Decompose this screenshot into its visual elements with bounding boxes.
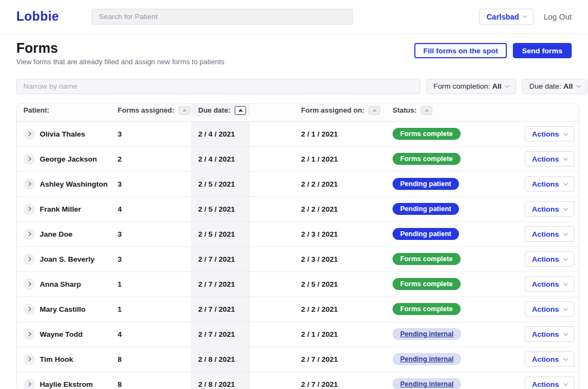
forms-assigned-count: 1: [118, 305, 191, 313]
actions-dropdown[interactable]: Actions: [525, 376, 574, 389]
sort-up-icon: [372, 109, 377, 112]
lobbie-logo[interactable]: Lobbie: [16, 9, 59, 24]
actions-dropdown[interactable]: Actions: [525, 251, 574, 267]
form-assigned-on-date: 2 / 2 / 2021: [250, 205, 393, 213]
status-badge: Pending patient: [393, 203, 459, 215]
column-header-form-assigned-on: Form assigned on:: [250, 106, 393, 115]
status-cell: Forms complete: [393, 278, 525, 290]
form-completion-label: Form completion: All: [433, 82, 501, 90]
form-assigned-on-date: 2 / 1 / 2021: [250, 330, 393, 338]
narrow-by-name-input[interactable]: [16, 79, 420, 94]
form-assigned-on-date: 2 / 2 / 2021: [250, 305, 393, 313]
status-cell: Forms complete: [393, 303, 525, 315]
logout-button[interactable]: Log Out: [543, 13, 572, 21]
status-badge[interactable]: Pending internal: [393, 328, 461, 340]
location-dropdown[interactable]: Carlsbad: [479, 9, 534, 25]
due-date-filter[interactable]: Due date: All: [522, 79, 587, 94]
forms-table: Patient: Forms assigned: Due date: Form …: [16, 103, 579, 389]
expand-row-button[interactable]: [23, 304, 35, 315]
actions-dropdown[interactable]: Actions: [525, 276, 574, 292]
status-cell: Pending internal: [393, 328, 525, 340]
status-cell: Pending patient: [393, 203, 525, 215]
expand-row-button[interactable]: [23, 354, 35, 365]
sort-forms-assigned-button[interactable]: [179, 106, 190, 115]
actions-dropdown[interactable]: Actions: [525, 226, 574, 242]
patient-name: Wayne Todd: [40, 330, 118, 338]
actions-label: Actions: [532, 230, 559, 238]
fill-forms-button[interactable]: Fill forms on the spot: [414, 43, 506, 58]
table-row: Olivia Thales 3 2 / 4 / 2021 2 / 1 / 202…: [17, 122, 579, 147]
patient-search-input[interactable]: [91, 9, 353, 25]
status-cell: Pending internal: [393, 353, 525, 365]
patient-name: Frank Miller: [40, 205, 118, 213]
column-header-patient: Patient:: [17, 106, 118, 114]
status-badge[interactable]: Pending internal: [393, 378, 461, 389]
table-row: George Jackson 2 2 / 4 / 2021 2 / 1 / 20…: [17, 147, 579, 172]
status-badge[interactable]: Pending internal: [393, 353, 461, 365]
expand-row-button[interactable]: [23, 379, 35, 389]
status-badge: Forms complete: [393, 153, 461, 165]
form-completion-filter[interactable]: Form completion: All: [426, 79, 516, 94]
patient-name: Mary Castillo: [40, 305, 118, 313]
forms-assigned-count: 4: [118, 205, 191, 213]
status-badge: Forms complete: [393, 128, 461, 140]
table-header-row: Patient: Forms assigned: Due date: Form …: [17, 104, 579, 122]
chevron-down-icon: [563, 256, 567, 260]
form-assigned-on-date: 2 / 3 / 2021: [250, 230, 393, 238]
table-row: Frank Miller 4 2 / 5 / 2021 2 / 2 / 2021…: [17, 197, 579, 222]
expand-row-button[interactable]: [23, 229, 35, 240]
forms-assigned-count: 4: [118, 330, 191, 338]
column-header-status: Status:: [393, 106, 525, 115]
due-date: 2 / 5 / 2021: [191, 222, 250, 246]
patient-name: Olivia Thales: [40, 130, 118, 138]
sort-up-icon: [425, 109, 429, 112]
chevron-down-icon: [563, 356, 567, 360]
actions-dropdown[interactable]: Actions: [525, 301, 574, 317]
due-date: 2 / 4 / 2021: [191, 147, 250, 171]
table-row: Tim Hook 8 2 / 8 / 2021 2 / 7 / 2021 Pen…: [17, 347, 579, 372]
due-date: 2 / 7 / 2021: [191, 297, 250, 322]
forms-assigned-count: 3: [118, 180, 191, 188]
patient-name: Joan S. Beverly: [40, 255, 118, 263]
sort-status-button[interactable]: [421, 106, 432, 115]
chevron-down-icon: [563, 306, 567, 310]
expand-row-button[interactable]: [23, 153, 35, 165]
actions-dropdown[interactable]: Actions: [525, 176, 574, 192]
expand-row-button[interactable]: [23, 279, 35, 290]
actions-label: Actions: [532, 205, 559, 213]
chevron-right-icon: [26, 332, 30, 336]
status-cell: Forms complete: [393, 128, 525, 140]
form-assigned-on-date: 2 / 7 / 2021: [250, 380, 393, 388]
expand-row-button[interactable]: [23, 203, 35, 215]
sort-form-assigned-on-button[interactable]: [369, 106, 380, 115]
forms-assigned-count: 3: [118, 130, 191, 138]
status-cell: Pending patient: [393, 178, 525, 190]
chevron-down-icon: [563, 206, 567, 210]
expand-row-button[interactable]: [23, 178, 35, 190]
chevron-down-icon: [563, 231, 567, 235]
actions-dropdown[interactable]: Actions: [525, 326, 574, 342]
actions-dropdown[interactable]: Actions: [525, 126, 574, 141]
expand-row-button[interactable]: [23, 128, 35, 140]
chevron-down-icon: [577, 83, 581, 88]
chevron-right-icon: [26, 157, 30, 161]
sort-up-icon: [182, 109, 187, 112]
status-badge: Pending patient: [393, 178, 459, 190]
page-head: Forms View forms that are already filled…: [16, 41, 572, 66]
expand-row-button[interactable]: [23, 329, 35, 340]
actions-label: Actions: [532, 280, 559, 288]
actions-dropdown[interactable]: Actions: [525, 351, 574, 367]
actions-label: Actions: [532, 330, 559, 338]
table-row: Wayne Todd 4 2 / 7 / 2021 2 / 1 / 2021 P…: [17, 322, 579, 347]
form-assigned-on-date: 2 / 1 / 2021: [250, 155, 393, 163]
status-badge: Forms complete: [393, 253, 461, 265]
table-row: Anna Sharp 1 2 / 7 / 2021 2 / 5 / 2021 F…: [17, 272, 579, 297]
patient-name: Tim Hook: [40, 355, 118, 363]
expand-row-button[interactable]: [23, 254, 35, 265]
actions-dropdown[interactable]: Actions: [525, 201, 574, 217]
chevron-down-icon: [563, 131, 567, 135]
sort-due-date-button[interactable]: [235, 106, 246, 115]
actions-dropdown[interactable]: Actions: [525, 151, 574, 166]
forms-assigned-count: 2: [118, 155, 191, 163]
send-forms-button[interactable]: Send forms: [513, 43, 572, 58]
